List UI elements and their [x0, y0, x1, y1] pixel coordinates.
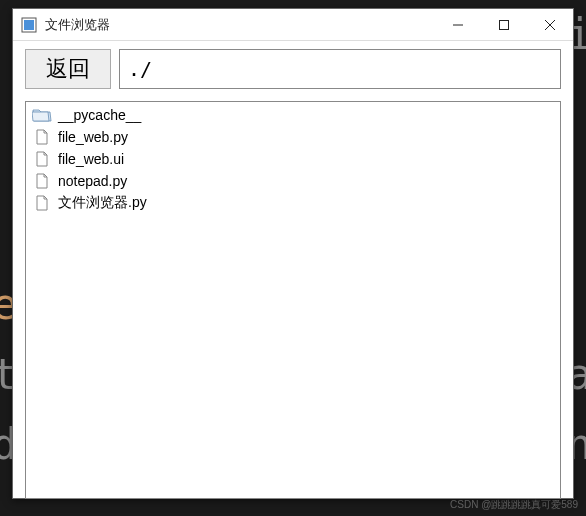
list-item[interactable]: 文件浏览器.py: [28, 192, 558, 214]
file-icon: [32, 194, 52, 212]
maximize-button[interactable]: [481, 9, 527, 41]
window-controls: [435, 9, 573, 41]
close-icon: [545, 20, 555, 30]
file-icon: [32, 150, 52, 168]
file-icon: [32, 172, 52, 190]
toolbar: 返回: [13, 41, 573, 97]
list-item[interactable]: __pycache__: [28, 104, 558, 126]
app-icon: [21, 17, 37, 33]
file-icon: [32, 128, 52, 146]
file-name-label: __pycache__: [58, 107, 141, 123]
path-input[interactable]: [119, 49, 561, 89]
list-item[interactable]: file_web.ui: [28, 148, 558, 170]
list-item[interactable]: notepad.py: [28, 170, 558, 192]
file-browser-window: 文件浏览器 返回 __pycache__file_web.pyfile_web.…: [12, 8, 574, 499]
list-item[interactable]: file_web.py: [28, 126, 558, 148]
maximize-icon: [499, 20, 509, 30]
svg-rect-1: [24, 20, 34, 30]
file-name-label: file_web.ui: [58, 151, 124, 167]
watermark: CSDN @跳跳跳跳真可爱589: [450, 498, 578, 512]
file-name-label: 文件浏览器.py: [58, 194, 147, 212]
file-name-label: notepad.py: [58, 173, 127, 189]
window-title: 文件浏览器: [45, 16, 435, 34]
back-button[interactable]: 返回: [25, 49, 111, 89]
svg-rect-3: [500, 20, 509, 29]
titlebar: 文件浏览器: [13, 9, 573, 41]
file-list[interactable]: __pycache__file_web.pyfile_web.uinotepad…: [25, 101, 561, 499]
minimize-button[interactable]: [435, 9, 481, 41]
file-name-label: file_web.py: [58, 129, 128, 145]
folder-icon: [32, 106, 52, 124]
close-button[interactable]: [527, 9, 573, 41]
minimize-icon: [453, 20, 463, 30]
